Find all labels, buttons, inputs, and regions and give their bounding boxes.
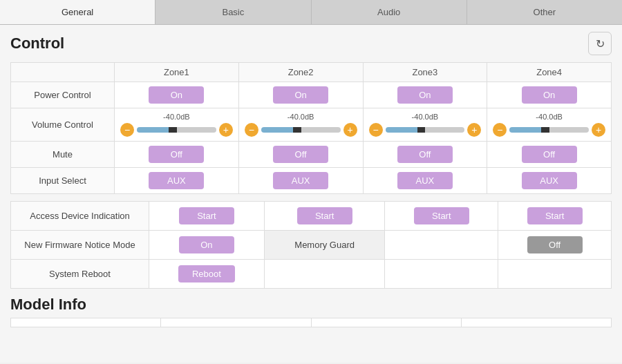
input-zone4-button[interactable]: AUX — [522, 172, 577, 189]
reboot-empty2 — [385, 260, 498, 289]
volume-zone4-minus[interactable]: − — [493, 123, 507, 137]
model-cell-1 — [11, 318, 161, 327]
volume-control-row: Volume Control -40.0dB − + -40.0dB − + — [11, 108, 612, 142]
volume-zone3-cell: -40.0dB − + — [363, 108, 487, 142]
reboot-empty1 — [264, 260, 385, 289]
tab-general[interactable]: General — [0, 0, 156, 24]
volume-zone1-minus[interactable]: − — [120, 123, 134, 137]
model-cell-3 — [311, 318, 461, 327]
volume-zone2-plus[interactable]: + — [343, 123, 357, 137]
input-zone1-button[interactable]: AUX — [149, 172, 204, 189]
input-zone3-cell: AUX — [363, 168, 487, 194]
tab-other[interactable]: Other — [467, 0, 622, 24]
access-device-label: Access Device Indication — [11, 202, 149, 231]
col-header-zone4: Zone4 — [487, 63, 612, 82]
firmware-btn-cell: On — [149, 231, 265, 260]
power-zone3-button[interactable]: On — [397, 86, 453, 104]
reboot-button[interactable]: Reboot — [178, 265, 235, 282]
firmware-label: New Firmware Notice Mode — [11, 231, 149, 260]
power-zone2-button[interactable]: On — [273, 86, 328, 104]
control-section-header: Control ↻ — [10, 32, 612, 55]
volume-control-label: Volume Control — [11, 108, 115, 142]
mute-zone1-button[interactable]: Off — [149, 146, 204, 163]
power-zone2-cell: On — [238, 82, 363, 108]
access-zone4-button[interactable]: Start — [527, 207, 583, 224]
volume-zone4-slider-row: − + — [493, 123, 605, 137]
access-zone4-cell: Start — [498, 202, 612, 231]
model-table-row — [11, 318, 612, 327]
mute-zone3-cell: Off — [363, 142, 487, 168]
volume-zone1-db: -40.0dB — [120, 113, 233, 121]
reboot-empty3 — [498, 260, 612, 289]
volume-zone3-minus[interactable]: − — [369, 123, 383, 137]
input-zone2-button[interactable]: AUX — [273, 172, 328, 189]
access-zone1-cell: Start — [149, 202, 265, 231]
volume-zone2-minus[interactable]: − — [245, 123, 258, 137]
col-header-empty — [11, 63, 115, 82]
access-zone1-button[interactable]: Start — [179, 207, 234, 224]
firmware-row: New Firmware Notice Mode On Memory Guard… — [11, 231, 612, 260]
memory-guard-off-button[interactable]: Off — [527, 236, 583, 253]
volume-zone4-track[interactable] — [509, 127, 589, 133]
power-zone1-cell: On — [115, 82, 239, 108]
power-zone1-button[interactable]: On — [149, 86, 204, 104]
power-zone4-button[interactable]: On — [522, 86, 577, 104]
lower-table: Access Device Indication Start Start Sta… — [10, 201, 612, 289]
control-title: Control — [10, 35, 64, 52]
volume-zone2-slider-row: − + — [245, 123, 357, 137]
model-info-title: Model Info — [10, 296, 612, 314]
volume-zone3-plus[interactable]: + — [467, 123, 481, 137]
mute-zone2-cell: Off — [238, 142, 363, 168]
access-zone2-cell: Start — [264, 202, 385, 231]
volume-zone1-cell: -40.0dB − + — [115, 108, 239, 142]
tab-audio[interactable]: Audio — [312, 0, 467, 24]
power-control-row: Power Control On On On On — [11, 82, 612, 108]
access-zone3-button[interactable]: Start — [414, 207, 469, 224]
volume-zone4-cell: -40.0dB − + — [487, 108, 612, 142]
input-zone1-cell: AUX — [115, 168, 239, 194]
input-zone4-cell: AUX — [487, 168, 612, 194]
volume-zone3-track[interactable] — [386, 127, 465, 133]
mute-zone2-button[interactable]: Off — [273, 146, 328, 163]
memory-guard-empty — [385, 231, 498, 260]
access-zone3-cell: Start — [385, 202, 498, 231]
mute-zone3-button[interactable]: Off — [397, 146, 453, 163]
access-device-row: Access Device Indication Start Start Sta… — [11, 202, 612, 231]
tab-basic[interactable]: Basic — [156, 0, 311, 24]
control-table: Zone1 Zone2 Zone3 Zone4 Power Control On… — [10, 62, 612, 194]
model-table — [10, 318, 612, 327]
volume-zone3-db: -40.0dB — [369, 113, 482, 121]
main-content: Control ↻ Zone1 Zone2 Zone3 Zone4 Power … — [0, 25, 622, 363]
volume-zone1-track[interactable] — [137, 127, 216, 133]
power-zone4-cell: On — [487, 82, 612, 108]
volume-zone2-track[interactable] — [261, 127, 341, 133]
input-zone2-cell: AUX — [238, 168, 363, 194]
power-control-label: Power Control — [11, 82, 115, 108]
power-zone3-cell: On — [363, 82, 487, 108]
firmware-on-button[interactable]: On — [179, 236, 234, 253]
mute-label: Mute — [11, 142, 115, 168]
model-cell-2 — [161, 318, 311, 327]
mute-zone4-cell: Off — [487, 142, 612, 168]
volume-zone1-plus[interactable]: + — [219, 123, 233, 137]
input-select-label: Input Select — [11, 168, 115, 194]
input-select-row: Input Select AUX AUX AUX AUX — [11, 168, 612, 194]
col-header-zone3: Zone3 — [363, 63, 487, 82]
volume-zone2-db: -40.0dB — [245, 113, 357, 121]
reboot-btn-cell: Reboot — [149, 260, 265, 289]
mute-zone4-button[interactable]: Off — [522, 146, 577, 163]
refresh-button[interactable]: ↻ — [588, 32, 612, 55]
mute-row: Mute Off Off Off Off — [11, 142, 612, 168]
memory-guard-btn-cell: Off — [498, 231, 612, 260]
memory-guard-label: Memory Guard — [264, 231, 385, 260]
volume-zone4-plus[interactable]: + — [592, 123, 605, 137]
input-zone3-button[interactable]: AUX — [397, 172, 453, 189]
col-header-zone2: Zone2 — [238, 63, 363, 82]
access-zone2-button[interactable]: Start — [297, 207, 352, 224]
volume-zone4-db: -40.0dB — [493, 113, 605, 121]
volume-zone3-slider-row: − + — [369, 123, 482, 137]
mute-zone1-cell: Off — [115, 142, 239, 168]
model-cell-4 — [461, 318, 611, 327]
reboot-row: System Reboot Reboot — [11, 260, 612, 289]
reboot-label: System Reboot — [11, 260, 149, 289]
